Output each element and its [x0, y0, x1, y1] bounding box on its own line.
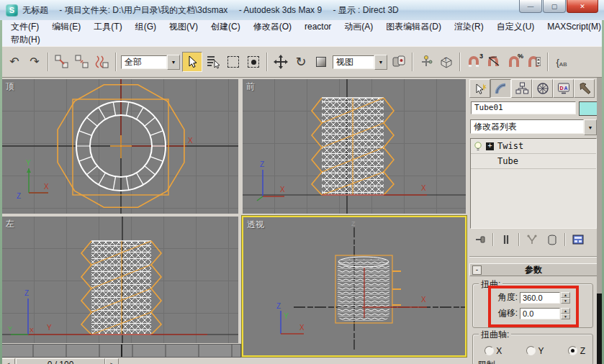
tab-modify[interactable]: [490, 79, 511, 98]
tab-utilities[interactable]: [574, 79, 595, 98]
reference-coord-system-dropdown[interactable]: 视图 ▼: [333, 55, 387, 70]
menu-item-7[interactable]: reactor: [298, 21, 338, 32]
stack-item-twist[interactable]: + Twist: [471, 139, 596, 154]
title-bar: S 无标题 - 项目文件夹: D:\用户目录\我的文档\3dsmax - Aut…: [0, 0, 604, 21]
modifier-list-dropdown[interactable]: 修改器列表 ▼: [470, 119, 597, 134]
window-crossing-button[interactable]: [244, 53, 263, 71]
axis-x-radio[interactable]: X: [484, 346, 502, 356]
use-pivot-point-center-button[interactable]: [389, 53, 408, 71]
spinner-snap-toggle-button[interactable]: [525, 53, 544, 71]
viewport-front-label[interactable]: 前: [246, 81, 255, 93]
selection-filter-dropdown[interactable]: 全部 ▼: [121, 55, 180, 70]
svg-text:A: A: [564, 86, 567, 91]
edit-named-selection-sets-button[interactable]: { AB: [552, 53, 571, 71]
radio-icon[interactable]: [484, 346, 494, 355]
remove-modifier-button[interactable]: [543, 232, 562, 247]
selection-filter-value[interactable]: 全部: [121, 55, 167, 69]
tab-display[interactable]: DA: [553, 79, 574, 98]
select-and-scale-button[interactable]: [312, 53, 330, 71]
configure-modifier-sets-button[interactable]: [569, 232, 587, 247]
dropdown-arrow-icon[interactable]: ▼: [374, 55, 387, 70]
bulb-icon[interactable]: [473, 141, 483, 152]
toolbar-separator: [48, 53, 49, 71]
unlink-selection-button[interactable]: [73, 53, 91, 71]
svg-text:Y: Y: [8, 325, 12, 332]
stack-item-label[interactable]: Tube: [497, 156, 518, 166]
menu-item-12[interactable]: MAXScript(M): [541, 21, 604, 32]
radio-icon-selected[interactable]: [568, 346, 577, 355]
close-button[interactable]: ✕: [567, 0, 598, 13]
menu-item-2[interactable]: 工具(T): [87, 20, 128, 34]
viewport-left[interactable]: 左 Y Z Y X: [2, 217, 238, 343]
svg-text:X: X: [421, 184, 426, 192]
radio-icon[interactable]: [526, 346, 536, 355]
object-color-swatch[interactable]: [579, 101, 598, 116]
minimize-button[interactable]: —: [519, 0, 542, 13]
select-and-manipulate-button[interactable]: [417, 53, 436, 71]
next-frame-button[interactable]: >: [105, 358, 119, 364]
stack-toolbar-separator: [492, 233, 494, 246]
menu-item-10[interactable]: 渲染(R): [448, 20, 490, 34]
select-and-link-button[interactable]: [53, 53, 71, 71]
menu-item-6[interactable]: 修改器(O): [247, 20, 298, 34]
menu-bar-row1: 文件(F)编辑(E)工具(T)组(G)视图(V)创建(C)修改器(O)react…: [0, 20, 604, 33]
scrollbar-thumb[interactable]: [597, 294, 602, 364]
stack-toolbar: [470, 232, 597, 247]
time-slider-handle[interactable]: 0 / 100: [16, 358, 105, 364]
menu-item-help[interactable]: 帮助(H): [4, 33, 47, 47]
menu-item-9[interactable]: 图表编辑器(D): [379, 20, 448, 34]
application-window: S 无标题 - 项目文件夹: D:\用户目录\我的文档\3dsmax - Aut…: [0, 0, 604, 364]
axis-y-radio[interactable]: Y: [526, 346, 544, 356]
rectangular-selection-region-button[interactable]: [224, 53, 243, 71]
modifier-list-label[interactable]: 修改器列表: [470, 119, 584, 134]
object-name-field[interactable]: Tube01: [471, 101, 576, 114]
keyboard-shortcut-override-button[interactable]: T: [437, 53, 456, 71]
coord-system-value[interactable]: 视图: [333, 55, 374, 69]
viewport-top[interactable]: 顶 X Y Z X: [2, 79, 238, 214]
stack-item-label[interactable]: Twist: [497, 141, 523, 151]
dropdown-arrow-icon[interactable]: ▼: [167, 55, 180, 70]
stack-item-tube[interactable]: Tube: [471, 154, 596, 169]
snap-toggle-3d-button[interactable]: 3: [464, 53, 483, 71]
redo-button[interactable]: ↷: [25, 53, 44, 71]
undo-button[interactable]: ↶: [5, 53, 24, 71]
svg-text:Y: Y: [47, 324, 52, 332]
bind-to-space-warp-button[interactable]: [93, 53, 112, 71]
dropdown-arrow-icon[interactable]: ▼: [584, 119, 597, 135]
panel-scrollbar[interactable]: [597, 78, 602, 364]
twist-axis-group-title: 扭曲轴:: [479, 329, 511, 341]
maximize-button[interactable]: ▢: [543, 0, 566, 13]
viewport-perspective[interactable]: 透视 Z X Z Y X: [242, 216, 466, 357]
command-panel: DA Tube01 修改器列表 ▼ + Twist Tube: [468, 78, 602, 364]
menu-item-8[interactable]: 动画(A): [338, 20, 379, 34]
toolbar-separator: [115, 53, 117, 71]
collapse-icon[interactable]: -: [472, 265, 482, 275]
menu-item-11[interactable]: 自定义(U): [490, 20, 541, 34]
make-unique-button[interactable]: [523, 232, 541, 247]
pin-stack-button[interactable]: [471, 232, 490, 247]
tab-hierarchy[interactable]: [511, 79, 532, 98]
track-bar[interactable]: [0, 344, 241, 358]
select-and-rotate-button[interactable]: ↻: [292, 53, 310, 71]
select-object-button[interactable]: [182, 52, 202, 72]
select-and-move-button[interactable]: [271, 53, 290, 71]
select-by-name-button[interactable]: [204, 53, 222, 71]
tab-motion[interactable]: [532, 79, 553, 98]
tab-create[interactable]: [469, 79, 490, 98]
percent-snap-toggle-button[interactable]: %: [505, 53, 523, 71]
viewport-front[interactable]: 前 X Z X: [243, 79, 466, 214]
menu-item-4[interactable]: 视图(V): [163, 20, 204, 34]
expand-icon[interactable]: +: [486, 142, 494, 150]
menu-item-3[interactable]: 组(G): [129, 20, 163, 34]
angle-snap-toggle-button[interactable]: [484, 53, 503, 71]
show-end-result-button[interactable]: [497, 232, 515, 247]
menu-item-1[interactable]: 编辑(E): [45, 20, 87, 34]
previous-frame-button[interactable]: <: [1, 358, 15, 364]
viewport-top-label[interactable]: 顶: [6, 81, 14, 93]
parameters-rollout-header[interactable]: - 参数: [469, 263, 598, 276]
axis-z-radio[interactable]: Z: [568, 346, 585, 356]
menu-item-5[interactable]: 创建(C): [204, 20, 247, 34]
viewport-perspective-label[interactable]: 透视: [247, 219, 264, 231]
viewport-left-label[interactable]: 左: [6, 218, 14, 230]
menu-item-0[interactable]: 文件(F): [4, 20, 45, 34]
